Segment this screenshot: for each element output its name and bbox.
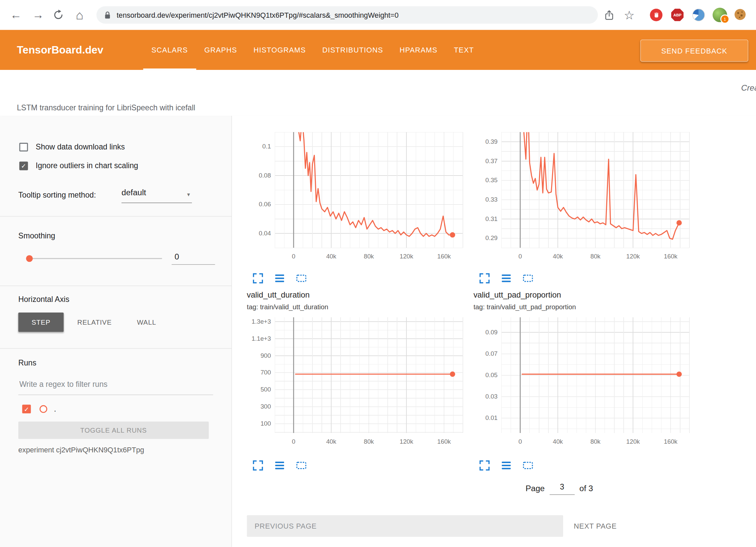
svg-text:0.37: 0.37 — [485, 157, 498, 165]
bookmark-star-icon[interactable]: ☆ — [621, 7, 637, 23]
extension-adblock-icon[interactable] — [650, 9, 663, 21]
divider — [0, 286, 232, 286]
expand-chart-icon[interactable] — [477, 271, 492, 286]
previous-page-button[interactable]: PREVIOUS PAGE — [247, 515, 563, 537]
run-checkbox[interactable]: ✓ — [22, 405, 31, 413]
fit-domain-icon[interactable] — [521, 458, 535, 472]
lock-icon — [104, 11, 111, 19]
tab-text[interactable]: TEXT — [446, 30, 482, 70]
tab-hparams-label: HPARAMS — [399, 46, 437, 54]
svg-text:160k: 160k — [664, 438, 677, 445]
tab-graphs[interactable]: GRAPHS — [196, 30, 245, 70]
extension-pie-icon[interactable] — [692, 9, 705, 21]
svg-text:80k: 80k — [364, 253, 374, 260]
home-button[interactable]: ⌂ — [72, 7, 88, 23]
expand-chart-icon[interactable] — [477, 458, 492, 472]
runs-selector-icon[interactable] — [499, 271, 513, 286]
reload-button[interactable] — [50, 7, 67, 23]
back-button[interactable]: ← — [8, 7, 24, 23]
svg-text:1.3e+3: 1.3e+3 — [252, 318, 271, 325]
axis-wall-button[interactable]: WALL — [124, 313, 169, 332]
url-text: tensorboard.dev/experiment/cj2vtPiwQHKN9… — [117, 11, 398, 19]
svg-text:80k: 80k — [590, 438, 601, 445]
created-text-partial: Crea — [741, 84, 756, 93]
svg-text:0.31: 0.31 — [485, 215, 498, 222]
horizontal-axis-label: Horizontal Axis — [18, 295, 70, 304]
runs-filter-input[interactable] — [18, 374, 213, 395]
ignore-outliers-checkbox[interactable]: ✓ — [19, 161, 28, 170]
svg-text:0: 0 — [518, 438, 522, 445]
next-page-button[interactable]: NEXT PAGE — [574, 515, 617, 537]
send-feedback-button[interactable]: SEND FEEDBACK — [640, 39, 748, 62]
browser-toolbar: ← → ⌂ tensorboard.dev/experiment/cj2vtPi… — [0, 0, 756, 30]
svg-text:500: 500 — [260, 386, 271, 393]
tab-histograms-label: HISTOGRAMS — [254, 46, 306, 54]
show-download-links-row[interactable]: Show data download links — [19, 143, 125, 151]
svg-text:0.08: 0.08 — [259, 172, 271, 179]
run-row[interactable]: ✓ . — [22, 405, 56, 413]
smoothing-value-input[interactable] — [172, 250, 215, 265]
expand-chart-icon[interactable] — [251, 271, 265, 286]
axis-step-button[interactable]: STEP — [18, 313, 64, 332]
run-color-circle — [39, 405, 47, 413]
chart-title: valid_utt_duration — [247, 290, 310, 299]
tab-distributions[interactable]: DISTRIBUTIONS — [314, 30, 391, 70]
svg-text:160k: 160k — [437, 253, 451, 260]
chart-valid-utt-pad-proportion[interactable]: 0.010.030.050.070.09040k80k120k160k — [474, 315, 696, 448]
runs-selector-icon[interactable] — [272, 458, 287, 472]
scalars-dashboard: 0.040.060.080.1040k80k120k160k 0.290.310… — [232, 116, 756, 547]
svg-text:0.03: 0.03 — [485, 393, 498, 400]
svg-text:100: 100 — [260, 420, 271, 427]
ignore-outliers-row[interactable]: ✓ Ignore outliers in chart scaling — [19, 161, 138, 170]
chart-top-left[interactable]: 0.040.060.080.1040k80k120k160k — [247, 129, 469, 262]
svg-text:160k: 160k — [437, 438, 451, 445]
svg-text:120k: 120k — [400, 253, 413, 260]
forward-button[interactable]: → — [30, 7, 46, 23]
expand-chart-icon[interactable] — [251, 458, 265, 472]
show-download-links-checkbox[interactable] — [19, 143, 28, 151]
url-bar[interactable]: tensorboard.dev/experiment/cj2vtPiwQHKN9… — [97, 6, 598, 24]
svg-text:0.33: 0.33 — [485, 196, 498, 203]
cookie-icon[interactable] — [734, 8, 747, 21]
page-number-input[interactable] — [549, 482, 575, 495]
show-download-links-label[interactable]: Show data download links — [36, 143, 125, 151]
tooltip-sorting-dropdown[interactable]: default ▼ — [122, 188, 192, 203]
axis-relative-button[interactable]: RELATIVE — [72, 313, 118, 332]
toggle-all-runs-button[interactable]: TOGGLE ALL RUNS — [18, 422, 209, 439]
svg-text:0.29: 0.29 — [485, 234, 498, 241]
share-button[interactable] — [601, 7, 617, 23]
smoothing-slider-thumb[interactable] — [26, 255, 33, 262]
svg-text:0.39: 0.39 — [485, 138, 498, 145]
profile-avatar[interactable]: 1 — [713, 8, 727, 22]
brand-logo[interactable]: TensorBoard.dev — [17, 30, 103, 70]
cookie-glyph — [734, 8, 747, 21]
svg-text:1.1e+3: 1.1e+3 — [252, 335, 271, 342]
svg-text:300: 300 — [260, 403, 271, 410]
runs-selector-icon[interactable] — [499, 458, 513, 472]
ignore-outliers-label[interactable]: Ignore outliers in chart scaling — [36, 161, 138, 170]
tab-scalars[interactable]: SCALARS — [143, 30, 196, 70]
svg-text:80k: 80k — [590, 253, 601, 260]
svg-text:40k: 40k — [326, 438, 337, 445]
chart-toolbar — [251, 458, 308, 472]
chart-title: valid_utt_pad_proportion — [474, 290, 561, 299]
chart-valid-utt-duration[interactable]: 1003005007009001.1e+31.3e+3040k80k120k16… — [247, 315, 469, 448]
tab-hparams[interactable]: HPARAMS — [391, 30, 446, 70]
runs-selector-icon[interactable] — [272, 271, 287, 286]
extension-abp-icon[interactable]: ABP — [671, 9, 684, 21]
tab-histograms[interactable]: HISTOGRAMS — [245, 30, 314, 70]
fit-domain-icon[interactable] — [294, 271, 308, 286]
chart-toolbar — [477, 458, 535, 472]
tab-graphs-label: GRAPHS — [204, 46, 237, 54]
pagination: Page of 3 — [525, 482, 593, 495]
abp-label: ABP — [673, 13, 681, 17]
chart-top-right[interactable]: 0.290.310.330.350.370.39040k80k120k160k — [474, 129, 696, 262]
app-header: TensorBoard.dev SCALARS GRAPHS HISTOGRAM… — [0, 30, 756, 70]
divider — [0, 216, 232, 216]
fit-domain-icon[interactable] — [294, 458, 308, 472]
svg-text:0: 0 — [292, 253, 295, 260]
svg-text:120k: 120k — [626, 438, 640, 445]
fit-domain-icon[interactable] — [521, 271, 535, 286]
smoothing-slider-track[interactable] — [29, 258, 162, 259]
svg-text:40k: 40k — [326, 253, 337, 260]
